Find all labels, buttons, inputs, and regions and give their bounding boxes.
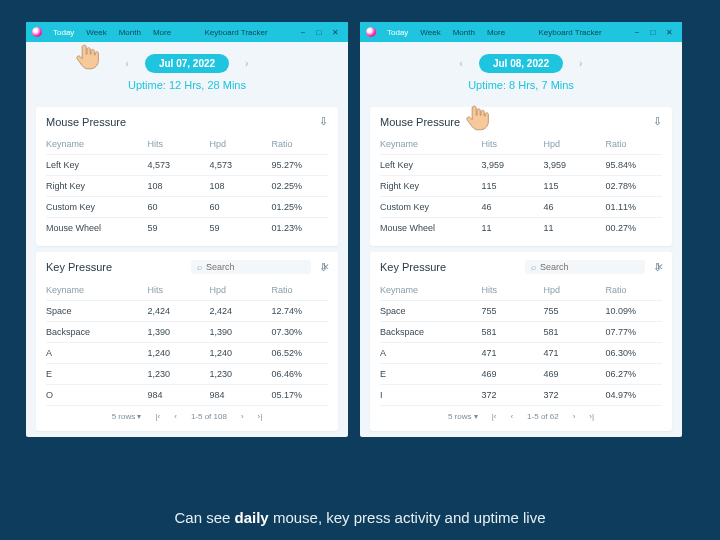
table-row: A1,2401,24006.52% xyxy=(46,343,328,364)
search-input[interactable] xyxy=(540,262,652,272)
rows-per-page[interactable]: 5 rows ▾ xyxy=(112,412,142,421)
page-range: 1-5 of 62 xyxy=(527,412,559,421)
app-icon xyxy=(366,27,376,37)
search-icon: ⌕ xyxy=(531,262,536,272)
table-row: Space2,4242,42412.74% xyxy=(46,301,328,322)
table-row: E46946906.27% xyxy=(380,364,662,385)
date-nav: ‹ Jul 07, 2022 › xyxy=(26,42,348,79)
search-input[interactable] xyxy=(206,262,318,272)
tab-more[interactable]: More xyxy=(148,28,176,37)
download-icon[interactable]: ⇩ xyxy=(319,261,328,274)
mouse-pressure-card: Mouse Pressure ⇩ Keyname Hits Hpd Ratio … xyxy=(36,107,338,246)
key-pressure-card: Key Pressure ⌕ ✕ ⇩ Keyname Hits Hpd Rati… xyxy=(36,252,338,431)
search-input-wrap: ⌕ ✕ xyxy=(191,260,311,274)
next-day-button[interactable]: › xyxy=(241,56,252,71)
mouse-pressure-card: Mouse Pressure ⇩ Keyname Hits Hpd Ratio … xyxy=(370,107,672,246)
maximize-button[interactable]: □ xyxy=(646,25,660,39)
page-last-button[interactable]: ›| xyxy=(589,412,594,421)
app-title: Keyboard Tracker xyxy=(533,28,608,37)
app-window: TodayWeekMonthMore Keyboard Tracker − □ … xyxy=(360,22,682,437)
tab-week[interactable]: Week xyxy=(415,28,445,37)
minimize-button[interactable]: − xyxy=(630,25,644,39)
table-row: Space75575510.09% xyxy=(380,301,662,322)
table-row: Backspace1,3901,39007.30% xyxy=(46,322,328,343)
date-nav: ‹ Jul 08, 2022 › xyxy=(360,42,682,79)
titlebar: TodayWeekMonthMore Keyboard Tracker − □ … xyxy=(360,22,682,42)
uptime-label: Uptime: 8 Hrs, 7 Mins xyxy=(360,79,682,101)
pager: 5 rows ▾ |‹ ‹ 1-5 of 108 › ›| xyxy=(46,406,328,423)
page-prev-button[interactable]: ‹ xyxy=(510,412,513,421)
key-pressure-card: Key Pressure ⌕ ✕ ⇩ Keyname Hits Hpd Rati… xyxy=(370,252,672,431)
app-window: TodayWeekMonthMore Keyboard Tracker − □ … xyxy=(26,22,348,437)
rows-per-page[interactable]: 5 rows ▾ xyxy=(448,412,478,421)
page-range: 1-5 of 108 xyxy=(191,412,227,421)
page-next-button[interactable]: › xyxy=(573,412,576,421)
tab-today[interactable]: Today xyxy=(48,28,79,37)
app-title: Keyboard Tracker xyxy=(199,28,274,37)
card-title: Mouse Pressure xyxy=(380,116,460,128)
next-day-button[interactable]: › xyxy=(575,56,586,71)
page-prev-button[interactable]: ‹ xyxy=(174,412,177,421)
tab-today[interactable]: Today xyxy=(382,28,413,37)
maximize-button[interactable]: □ xyxy=(312,25,326,39)
close-button[interactable]: ✕ xyxy=(662,25,676,39)
pager: 5 rows ▾ |‹ ‹ 1-5 of 62 › ›| xyxy=(380,406,662,423)
date-pill[interactable]: Jul 08, 2022 xyxy=(479,54,563,73)
page-first-button[interactable]: |‹ xyxy=(155,412,160,421)
table-row: Mouse Wheel595901.23% xyxy=(46,218,328,238)
card-title: Key Pressure xyxy=(380,261,446,273)
minimize-button[interactable]: − xyxy=(296,25,310,39)
table-row: Right Key10810802.25% xyxy=(46,176,328,197)
page-next-button[interactable]: › xyxy=(241,412,244,421)
download-icon[interactable]: ⇩ xyxy=(653,261,662,274)
prev-day-button[interactable]: ‹ xyxy=(456,56,467,71)
table-header: Keyname Hits Hpd Ratio xyxy=(380,280,662,301)
table-row: E1,2301,23006.46% xyxy=(46,364,328,385)
search-input-wrap: ⌕ ✕ xyxy=(525,260,645,274)
table-row: Left Key3,9593,95995.84% xyxy=(380,155,662,176)
table-row: Custom Key606001.25% xyxy=(46,197,328,218)
table-row: Mouse Wheel111100.27% xyxy=(380,218,662,238)
uptime-label: Uptime: 12 Hrs, 28 Mins xyxy=(26,79,348,101)
card-title: Mouse Pressure xyxy=(46,116,126,128)
table-header: Keyname Hits Hpd Ratio xyxy=(46,280,328,301)
search-icon: ⌕ xyxy=(197,262,202,272)
table-header: Keyname Hits Hpd Ratio xyxy=(380,134,662,155)
page-first-button[interactable]: |‹ xyxy=(492,412,497,421)
table-row: Custom Key464601.11% xyxy=(380,197,662,218)
tab-month[interactable]: Month xyxy=(448,28,480,37)
table-row: A47147106.30% xyxy=(380,343,662,364)
page-last-button[interactable]: ›| xyxy=(258,412,263,421)
prev-day-button[interactable]: ‹ xyxy=(122,56,133,71)
tab-more[interactable]: More xyxy=(482,28,510,37)
table-row: Backspace58158107.77% xyxy=(380,322,662,343)
table-row: Left Key4,5734,57395.27% xyxy=(46,155,328,176)
tab-month[interactable]: Month xyxy=(114,28,146,37)
table-row: O98498405.17% xyxy=(46,385,328,406)
app-icon xyxy=(32,27,42,37)
date-pill[interactable]: Jul 07, 2022 xyxy=(145,54,229,73)
table-row: I37237204.97% xyxy=(380,385,662,406)
titlebar: TodayWeekMonthMore Keyboard Tracker − □ … xyxy=(26,22,348,42)
close-button[interactable]: ✕ xyxy=(328,25,342,39)
table-header: Keyname Hits Hpd Ratio xyxy=(46,134,328,155)
download-icon[interactable]: ⇩ xyxy=(653,115,662,128)
card-title: Key Pressure xyxy=(46,261,112,273)
download-icon[interactable]: ⇩ xyxy=(319,115,328,128)
caption: Can see daily mouse, key press activity … xyxy=(0,509,720,526)
table-row: Right Key11511502.78% xyxy=(380,176,662,197)
tab-week[interactable]: Week xyxy=(81,28,111,37)
